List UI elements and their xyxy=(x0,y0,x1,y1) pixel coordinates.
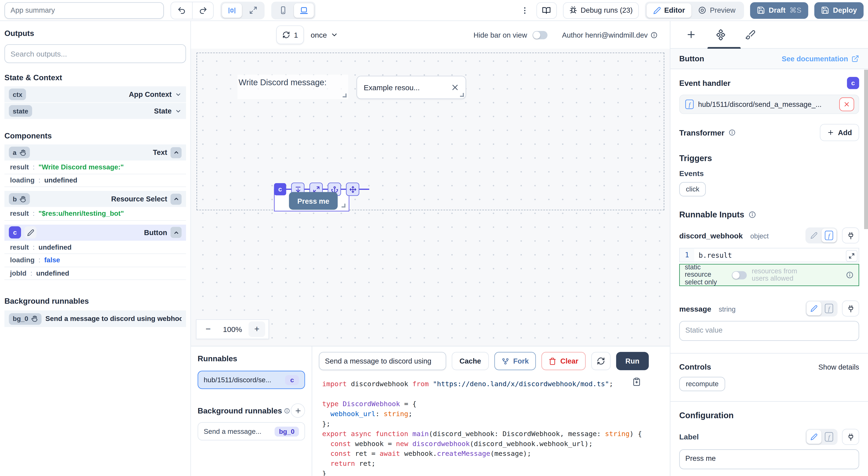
resource-select-component[interactable]: Example resou... xyxy=(356,76,466,99)
show-details-link[interactable]: Show details xyxy=(818,363,859,371)
fork-button[interactable]: Fork xyxy=(494,352,536,370)
run-button[interactable]: Run xyxy=(616,352,649,370)
collapse-button[interactable] xyxy=(170,147,182,158)
code-line: export async function main(discord_webho… xyxy=(322,429,670,439)
resize-handle[interactable] xyxy=(343,94,347,97)
desktop-view-button[interactable] xyxy=(294,3,314,18)
static-mode-button[interactable] xyxy=(807,430,822,444)
undo-button[interactable] xyxy=(171,2,192,19)
search-outputs-input[interactable] xyxy=(4,44,186,63)
collapse-button[interactable] xyxy=(170,193,182,204)
button-component-selected[interactable]: c Press me xyxy=(274,189,349,211)
static-mode-button[interactable] xyxy=(807,302,822,316)
tab-styling[interactable] xyxy=(745,29,756,40)
pencil-icon[interactable] xyxy=(24,226,37,239)
full-width-button[interactable] xyxy=(243,3,263,18)
message-static-value-input[interactable] xyxy=(679,321,859,341)
press-me-button[interactable]: Press me xyxy=(289,192,338,210)
zoom-in-button[interactable]: + xyxy=(248,322,265,337)
add-transformer-button[interactable]: Add xyxy=(820,124,859,141)
tab-component-settings[interactable] xyxy=(715,29,726,40)
mobile-view-button[interactable] xyxy=(273,3,293,18)
info-icon[interactable] xyxy=(284,408,290,414)
zoom-out-button[interactable]: − xyxy=(200,322,216,337)
app-summary-input[interactable] xyxy=(4,2,164,19)
runnable-item-selected[interactable]: hub/1511/discord/se... c xyxy=(197,371,305,389)
redo-button[interactable] xyxy=(192,2,213,19)
collapse-button[interactable] xyxy=(170,227,182,238)
hide-bar-toggle[interactable] xyxy=(533,31,548,39)
info-icon[interactable] xyxy=(846,271,854,279)
cache-button[interactable]: Cache xyxy=(452,352,489,370)
copy-code-icon[interactable] xyxy=(632,377,641,386)
docs-button[interactable] xyxy=(536,2,557,19)
code-editor-header: Cache Fork Clear Run xyxy=(312,346,670,373)
component-b-type: Resource Select xyxy=(111,195,167,203)
draft-button[interactable]: Draft ⌘S xyxy=(750,2,808,19)
runnable-inputs-title: Runnable Inputs xyxy=(679,210,744,219)
remove-handler-button[interactable] xyxy=(839,97,854,112)
more-menu-button[interactable] xyxy=(519,6,530,15)
chevron-down-icon[interactable] xyxy=(175,108,182,114)
chevron-down-icon[interactable] xyxy=(175,91,182,98)
code-line: } xyxy=(322,469,670,476)
trash-icon xyxy=(549,357,557,365)
eval-mode-button[interactable]: f xyxy=(822,228,836,242)
tab-insert-component[interactable] xyxy=(686,29,696,40)
ctx-badge: ctx xyxy=(9,89,26,100)
recompute-chip[interactable]: recompute xyxy=(679,377,725,391)
bg-runnable-item[interactable]: Send a message... bg_0 xyxy=(197,422,305,440)
expand-editor-button[interactable] xyxy=(846,250,858,262)
event-click-chip[interactable]: click xyxy=(679,182,706,196)
tab-editor[interactable]: Editor xyxy=(647,3,692,18)
output-row-ctx[interactable]: ctx App Context xyxy=(4,86,186,102)
refresh-code-button[interactable] xyxy=(591,352,610,370)
eval-mode-button[interactable]: f xyxy=(822,302,836,316)
frequency-select[interactable]: once xyxy=(311,31,338,39)
resource-mode-toggle[interactable] xyxy=(732,271,747,279)
info-icon[interactable] xyxy=(650,31,658,38)
deploy-button[interactable]: Deploy xyxy=(814,2,864,19)
clear-selection-icon[interactable] xyxy=(451,84,459,91)
event-handler-chip[interactable]: f hub/1511/discord/send_a_message_... xyxy=(679,95,859,114)
background-runnable-row[interactable]: bg_0 Send a message to discord using web… xyxy=(4,310,186,327)
info-icon[interactable] xyxy=(728,129,736,136)
component-badge: c xyxy=(847,77,859,89)
centered-layout-icon xyxy=(227,6,237,15)
component-row-c-selected[interactable]: c Button xyxy=(4,224,186,240)
zoom-level: 100% xyxy=(216,325,248,334)
script-name-input[interactable] xyxy=(319,352,446,370)
label-value-input[interactable]: Press me xyxy=(679,449,859,469)
connect-input-button[interactable] xyxy=(842,429,859,445)
expression-editor[interactable]: 1 b.result xyxy=(679,248,859,262)
see-documentation-link[interactable]: See documentation xyxy=(782,55,859,63)
refresh-count-button[interactable]: 1 xyxy=(276,25,304,44)
text-component[interactable]: Write Discord message: xyxy=(238,75,348,99)
connect-input-button[interactable] xyxy=(842,227,859,244)
tab-preview[interactable]: Preview xyxy=(692,3,742,18)
centered-layout-button[interactable] xyxy=(222,3,242,18)
device-toggle-group xyxy=(271,1,315,19)
runnables-panel: Runnables hub/1511/discord/se... c Backg… xyxy=(191,346,312,476)
resize-handle[interactable] xyxy=(341,204,345,208)
connect-input-button[interactable] xyxy=(842,300,859,316)
output-row-state[interactable]: state State xyxy=(4,103,186,119)
settings-tabs xyxy=(671,21,868,49)
resize-handle[interactable] xyxy=(460,93,464,97)
eval-mode-button[interactable]: f xyxy=(822,430,836,444)
add-background-runnable-button[interactable] xyxy=(291,404,305,418)
move-component-button[interactable] xyxy=(346,183,359,196)
component-row-b[interactable]: b Resource Select xyxy=(4,191,186,207)
bg0-badge: bg_0 xyxy=(13,315,28,323)
static-mode-button[interactable] xyxy=(807,228,822,242)
component-row-a[interactable]: a Text xyxy=(4,145,186,160)
code-editor[interactable]: import discordwebhook from "https://deno… xyxy=(312,374,670,476)
chevron-down-icon xyxy=(330,31,338,39)
scrollbar[interactable] xyxy=(864,70,868,229)
app-canvas[interactable]: Write Discord message: Example resou... … xyxy=(191,49,670,346)
debug-runs-button[interactable]: Debug runs (23) xyxy=(563,2,639,19)
kebab-menu-icon xyxy=(520,6,529,15)
info-icon[interactable] xyxy=(748,211,756,218)
save-icon xyxy=(756,6,765,14)
clear-button[interactable]: Clear xyxy=(541,352,586,370)
